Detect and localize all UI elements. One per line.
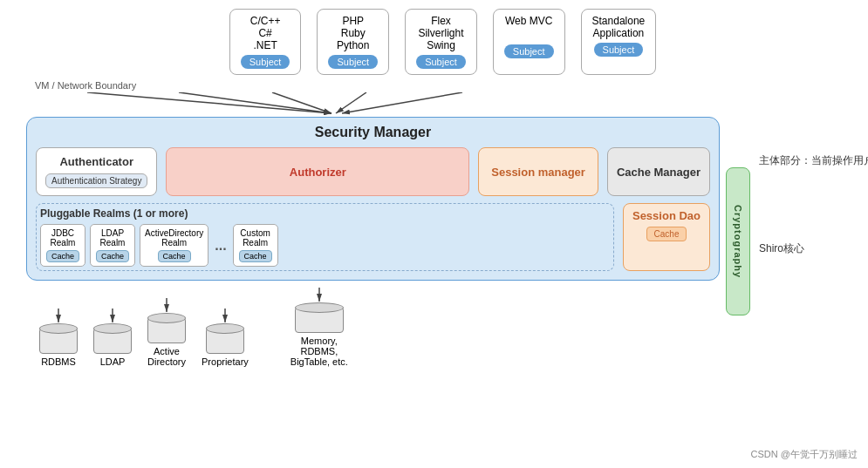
session-dao-cache: Cache [646,227,687,241]
sm-top-row: Authenticator Authentication Strategy Au… [36,147,710,196]
pluggable-title: Pluggable Realms (1 or more) [40,207,610,220]
authorizer-title: Authorizer [290,166,346,179]
security-manager-wrapper: Security Manager Authenticator Authentic… [17,117,746,367]
subject-badge-4: Subject [504,44,554,58]
right-labels: 主体部分：当前操作用户 Shiro核心 [755,117,859,367]
security-manager-title: Security Manager [36,125,710,140]
session-manager-title: Session manager [491,166,585,179]
content-area: Security Manager Authenticator Authentic… [9,117,859,367]
datastore-proprietary: Proprietary [202,309,249,367]
realm-cache-jdbc: Cache [46,250,79,262]
cylinder-activedirectory [147,317,186,343]
session-dao-box: Session Dao Cache [623,203,710,271]
subject-php: PHP Ruby Python Subject [317,9,389,75]
subjects-row: C/C++ C# .NET Subject PHP Ruby Python Su… [9,9,859,75]
realm-items-row: JDBCRealm Cache LDAPRealm Cache ActiveDi… [40,224,610,267]
realm-custom: CustomRealm Cache [233,224,278,267]
realm-cache-ldap: Cache [96,250,129,262]
subject-badge-2: Subject [328,55,378,69]
realm-ldap: LDAPRealm Cache [90,224,135,267]
session-dao-title: Session Dao [632,209,701,222]
cryptography-label: Cryptography [733,205,743,278]
cryptography-wrapper: Cryptography [726,167,750,315]
security-manager-box: Security Manager Authenticator Authentic… [26,117,720,281]
subject-badge-3: Subject [416,55,466,69]
cache-manager-box: Cache Manager [607,147,710,196]
datastores-row: RDBMS LDAP ActiveDirectory [17,288,746,367]
datastore-activedirectory: ActiveDirectory [147,298,186,367]
subject-badge-5: Subject [594,43,644,57]
datastore-label-activedirectory: ActiveDirectory [147,346,186,367]
datastore-label-proprietary: Proprietary [202,356,249,367]
authenticator-box: Authenticator Authentication Strategy [36,147,157,196]
auth-strategy-badge: Authentication Strategy [45,173,147,188]
cylinder-proprietary [206,328,244,354]
bottom-credit: CSDN @午觉千万别睡过 [751,448,858,461]
datastore-ldap: LDAP [93,309,132,367]
realms-session-row: Pluggable Realms (1 or more) JDBCRealm C… [36,203,710,271]
cylinder-ldap [93,328,132,354]
cache-manager-title: Cache Manager [617,166,701,179]
datastore-label-rdbms: RDBMS [41,356,76,367]
right-label-middle: Shiro核心 [759,241,804,256]
subject-flex: Flex Silverlight Swing Subject [405,9,477,75]
realm-activedirectory: ActiveDirectoryRealm Cache [140,224,208,267]
authorizer-box: Authorizer [166,147,469,196]
realm-dots: ... [213,238,228,254]
subject-standalone: Standalone Application Subject [581,9,657,75]
datastore-label-memory: Memory,RDBMS,BigTable, etc. [290,336,348,367]
datastore-memory: Memory,RDBMS,BigTable, etc. [290,288,348,367]
datastore-label-ldap: LDAP [100,356,126,367]
cryptography-box: Cryptography [726,167,750,315]
realm-cache-ad: Cache [158,250,191,262]
main-container: C/C++ C# .NET Subject PHP Ruby Python Su… [0,0,868,468]
realm-cache-custom: Cache [239,250,272,262]
pluggable-realms-box: Pluggable Realms (1 or more) JDBCRealm C… [36,203,614,271]
datastore-rdbms: RDBMS [39,309,78,367]
svg-line-5 [342,92,462,113]
svg-line-1 [87,92,331,113]
authenticator-title: Authenticator [59,155,133,168]
cylinder-memory [295,307,344,333]
subject-webmvc: Web MVC Subject [493,9,565,75]
subject-badge-1: Subject [241,55,290,69]
session-manager-box: Session manager [478,147,598,196]
subject-c-cpp: C/C++ C# .NET Subject [229,9,302,75]
cylinder-rdbms [39,328,78,354]
realm-jdbc: JDBCRealm Cache [40,224,85,267]
vm-boundary-label: VM / Network Boundary [35,80,859,91]
right-label-top: 主体部分：当前操作用户 [759,153,868,168]
arrows-area [35,92,807,117]
